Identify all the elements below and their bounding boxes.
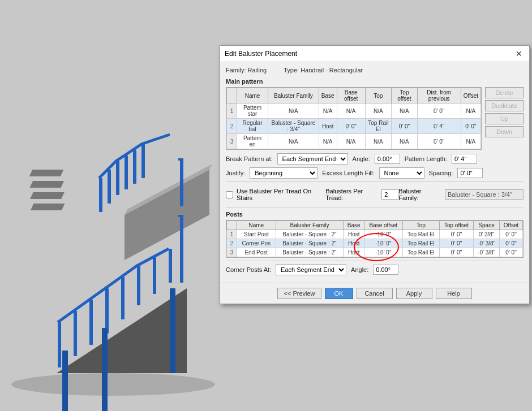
- duplicate-button[interactable]: Duplicate: [485, 100, 524, 111]
- svg-rect-10: [31, 204, 65, 210]
- col-num: [227, 88, 237, 103]
- posts-label: Posts: [226, 211, 524, 218]
- svg-rect-16: [89, 300, 93, 345]
- posts-cell-0-2: Baluster - Square : 2": [276, 230, 344, 239]
- break-pattern-select[interactable]: Each Segment End: [277, 153, 348, 165]
- up-button[interactable]: Up: [485, 113, 524, 124]
- col-name: Name: [237, 88, 268, 103]
- corner-posts-label: Corner Posts At:: [226, 266, 271, 273]
- posts-cell-1-8: 0' 0": [500, 239, 523, 248]
- svg-rect-29: [180, 158, 183, 206]
- pattern-length-input[interactable]: [452, 154, 477, 164]
- posts-cell-0-7: 0' 3/8": [474, 230, 500, 239]
- main-cell-1-5: Top Rail El: [365, 119, 391, 134]
- posts-table-row[interactable]: 2Corner PosBaluster - Square : 2"Host-10…: [227, 239, 523, 248]
- main-pattern-buttons: Delete Duplicate Up Down: [485, 87, 524, 150]
- svg-point-1: [11, 373, 215, 396]
- col-base: Base: [319, 88, 337, 103]
- angle-input[interactable]: [375, 154, 400, 164]
- svg-rect-23: [108, 170, 111, 204]
- use-baluster-checkbox[interactable]: [226, 191, 233, 198]
- main-cell-1-2: Baluster - Square : 3/4": [268, 119, 319, 134]
- dialog-title: Edit Baluster Placement: [225, 50, 297, 58]
- ok-button[interactable]: OK: [325, 288, 353, 299]
- balusters-per-tread-input[interactable]: [381, 189, 398, 200]
- family-label: Family: Railing: [226, 67, 267, 73]
- main-cell-0-4: N/A: [337, 103, 365, 119]
- posts-cell-2-2: Baluster - Square : 2": [276, 248, 344, 257]
- pcol-offset: Offset: [500, 221, 523, 230]
- svg-rect-14: [58, 322, 61, 367]
- corner-angle-label: Angle:: [351, 266, 368, 273]
- down-button[interactable]: Down: [485, 126, 524, 137]
- main-cell-0-6: N/A: [392, 103, 418, 119]
- svg-rect-13: [29, 170, 64, 176]
- excess-length-select[interactable]: None: [379, 167, 424, 179]
- posts-section: Posts Name Baluster Family Base Base off…: [226, 211, 524, 258]
- svg-rect-26: [133, 150, 136, 184]
- main-cell-1-4: 0' 0": [337, 119, 365, 134]
- svg-rect-31: [178, 158, 183, 161]
- justify-row: Justify: Beginning Excess Length Fill: N…: [226, 167, 524, 179]
- main-cell-1-3: Host: [319, 119, 337, 134]
- main-cell-1-1: Regular bal: [237, 119, 268, 134]
- svg-rect-24: [116, 161, 119, 195]
- posts-cell-2-4: -10' 0": [364, 248, 403, 257]
- posts-cell-0-0: 1: [227, 230, 237, 239]
- help-button[interactable]: Help: [436, 288, 472, 299]
- main-table-row[interactable]: 1Pattern starN/AN/AN/AN/AN/A0' 0"N/A: [227, 103, 481, 119]
- apply-button[interactable]: Apply: [396, 288, 432, 299]
- main-cell-2-1: Pattern en: [237, 134, 268, 149]
- spacing-input[interactable]: [457, 168, 483, 178]
- main-cell-0-3: N/A: [319, 103, 337, 119]
- main-table-row[interactable]: 2Regular balBaluster - Square : 3/4"Host…: [227, 119, 481, 134]
- svg-rect-25: [125, 155, 128, 189]
- corner-posts-select[interactable]: Each Segment End: [276, 264, 346, 275]
- dialog-titlebar: Edit Baluster Placement ✕: [220, 46, 529, 62]
- posts-table: Name Baluster Family Base Base offset To…: [226, 220, 523, 257]
- preview-button[interactable]: << Preview: [277, 288, 321, 299]
- main-table-row[interactable]: 3Pattern enN/AN/AN/AN/AN/A0' 0"N/A: [227, 134, 481, 149]
- posts-table-row[interactable]: 3End PostBaluster - Square : 2"Host-10' …: [227, 248, 523, 257]
- posts-cell-1-2: Baluster - Square : 2": [276, 239, 344, 248]
- main-cell-2-4: N/A: [337, 134, 365, 149]
- svg-rect-20: [153, 257, 156, 294]
- svg-rect-30: [178, 215, 183, 217]
- posts-table-row[interactable]: 1Start PostBaluster - Square : 2"Host-10…: [227, 230, 523, 239]
- posts-cell-0-6: 0' 0": [440, 230, 474, 239]
- corner-angle-input[interactable]: [373, 265, 398, 275]
- main-cell-0-2: N/A: [268, 103, 319, 119]
- main-cell-0-5: N/A: [365, 103, 391, 119]
- col-baluster-family: Baluster Family: [268, 88, 319, 103]
- justify-select[interactable]: Beginning: [250, 167, 318, 179]
- cancel-button[interactable]: Cancel: [357, 288, 393, 299]
- pcol-num: [227, 221, 237, 230]
- break-pattern-row: Break Pattern at: Each Segment End Angle…: [226, 153, 524, 165]
- posts-cell-1-7: -0' 3/8": [474, 239, 500, 248]
- posts-cell-0-1: Start Post: [237, 230, 276, 239]
- family-type-row: Family: Railing Type: Handrail - Rectang…: [226, 67, 524, 73]
- main-cell-2-3: N/A: [319, 134, 337, 149]
- posts-cell-2-0: 3: [227, 248, 237, 257]
- break-pattern-label: Break Pattern at:: [226, 155, 273, 162]
- main-pattern-table-container[interactable]: Name Baluster Family Base Base offset To…: [226, 87, 482, 150]
- svg-rect-19: [137, 266, 140, 305]
- main-cell-0-8: N/A: [461, 103, 481, 119]
- delete-button[interactable]: Delete: [485, 87, 524, 98]
- svg-rect-22: [99, 178, 102, 212]
- svg-rect-28: [180, 215, 183, 283]
- main-cell-1-8: 0' 0": [461, 119, 481, 134]
- svg-rect-33: [102, 328, 108, 411]
- svg-rect-17: [105, 288, 109, 334]
- pcol-base: Base: [344, 221, 364, 230]
- main-cell-0-0: 1: [227, 103, 237, 119]
- pattern-length-label: Pattern Length:: [405, 155, 447, 162]
- col-top: Top: [365, 88, 391, 103]
- col-dist-prev: Dist. from previous: [417, 88, 461, 103]
- posts-cell-2-3: Host: [344, 248, 364, 257]
- svg-rect-21: [169, 249, 172, 283]
- close-button[interactable]: ✕: [513, 49, 525, 58]
- main-cell-1-7: 0' 4": [417, 119, 461, 134]
- baluster-family-input[interactable]: [445, 189, 524, 200]
- pcol-base-offset: Base offset: [364, 221, 403, 230]
